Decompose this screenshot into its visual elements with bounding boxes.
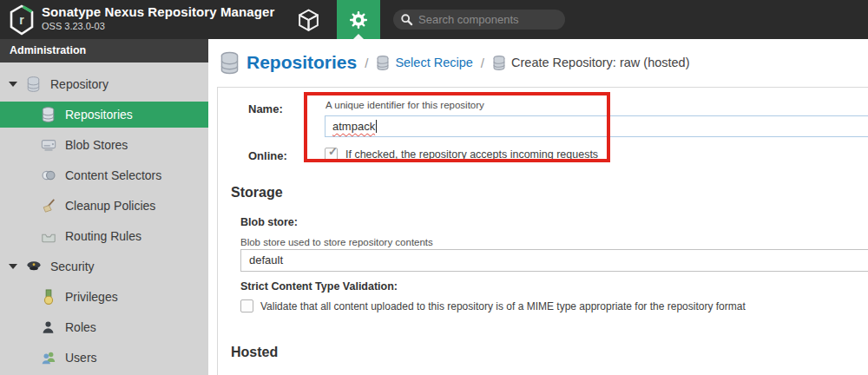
main-content: Repositories / Select Recipe / Create Re… <box>208 39 868 375</box>
database-icon <box>40 105 56 124</box>
app-version: OSS 3.23.0-03 <box>42 21 274 31</box>
text-cursor <box>376 120 377 133</box>
global-search <box>393 10 565 30</box>
sidebar-item-label: Roles <box>65 320 96 334</box>
green-segment <box>23 7 32 12</box>
police-cap-icon <box>25 257 42 276</box>
cube-icon <box>297 8 320 32</box>
blob-store-icon <box>40 135 56 155</box>
sidebar-section-header: Administration <box>0 39 208 62</box>
broom-icon <box>40 196 56 215</box>
sidebar-item-label: Repository <box>50 77 108 91</box>
database-icon <box>376 55 390 71</box>
create-repository-form: Name: A unique identifier for this repos… <box>217 87 868 375</box>
online-checkbox-label: If checked, the repository accepts incom… <box>345 148 598 161</box>
database-icon <box>25 75 42 94</box>
browse-mode-button[interactable] <box>295 7 321 33</box>
blob-store-select[interactable]: default <box>240 249 868 272</box>
sidebar-group-security[interactable]: Security <box>0 253 208 280</box>
sidebar-item-label: Privileges <box>65 290 118 304</box>
blob-store-selected-value: default <box>249 253 283 266</box>
sidebar-item-label: Users <box>65 351 97 365</box>
breadcrumb-current: Create Repository: raw (hosted) <box>511 56 690 69</box>
sidebar-item-content-selectors[interactable]: Content Selectors <box>0 162 208 188</box>
breadcrumb-separator: / <box>481 56 484 70</box>
brand-block: Sonatype Nexus Repository Manager OSS 3.… <box>42 4 274 31</box>
sidebar-item-users[interactable]: Users <box>0 345 208 371</box>
online-checkbox[interactable]: ✓ <box>325 148 338 161</box>
database-icon <box>219 50 240 76</box>
sidebar-item-blob-stores[interactable]: Blob Stores <box>0 132 208 158</box>
sidebar-item-label: Routing Rules <box>65 229 141 243</box>
sidebar-group-repository[interactable]: Repository <box>0 71 208 97</box>
name-input-value: atmpack <box>332 120 375 133</box>
sidebar-item-cleanup-policies[interactable]: Cleanup Policies <box>0 193 208 219</box>
online-field-label: Online: <box>248 149 287 162</box>
name-field-label: Name: <box>248 102 283 115</box>
sidebar-item-label: Content Selectors <box>65 168 161 182</box>
search-icon <box>400 13 413 26</box>
breadcrumb-recipe-link[interactable]: Select Recipe <box>395 56 472 69</box>
top-header-bar: r Sonatype Nexus Repository Manager OSS … <box>0 0 868 39</box>
sidebar-item-label: Repositories <box>65 108 133 122</box>
strict-content-label: Strict Content Type Validation: <box>240 280 398 293</box>
sidebar-item-repositories[interactable]: Repositories <box>0 102 208 128</box>
name-field-hint: A unique identifier for this repository <box>326 100 484 110</box>
gear-icon <box>348 10 369 30</box>
hosted-section-heading: Hosted <box>231 345 278 360</box>
strict-content-checkbox-label: Validate that all content uploaded to th… <box>260 300 746 312</box>
breadcrumb-root-link[interactable]: Repositories <box>247 52 357 73</box>
strict-content-checkbox[interactable] <box>240 299 253 312</box>
sidebar-item-privileges[interactable]: Privileges <box>0 284 208 310</box>
breadcrumb-separator: / <box>365 56 368 70</box>
admin-sidebar: Administration Repository Repositories B… <box>0 39 208 375</box>
administration-mode-button[interactable] <box>337 0 380 39</box>
caret-down-icon <box>9 264 17 269</box>
users-icon <box>40 348 56 367</box>
database-icon <box>492 55 506 71</box>
caret-down-icon <box>9 82 17 87</box>
content-selectors-icon <box>40 166 56 185</box>
svg-text:r: r <box>19 13 24 27</box>
breadcrumb: Repositories / Select Recipe / Create Re… <box>219 48 690 77</box>
person-icon <box>40 318 56 337</box>
sidebar-item-routing-rules[interactable]: Routing Rules <box>0 223 208 249</box>
checkmark-icon: ✓ <box>328 145 338 158</box>
search-input[interactable] <box>418 13 557 26</box>
blob-store-hint: Blob store used to store repository cont… <box>240 237 433 247</box>
sidebar-item-label: Cleanup Policies <box>65 199 155 213</box>
nexus-logo[interactable]: r <box>8 3 36 36</box>
routing-rules-icon <box>40 227 56 246</box>
name-input[interactable]: atmpack <box>325 115 868 137</box>
storage-section-heading: Storage <box>231 185 283 201</box>
sidebar-item-label: Security <box>50 260 95 273</box>
blob-store-label: Blob store: <box>240 216 298 228</box>
app-title: Sonatype Nexus Repository Manager <box>42 4 274 19</box>
medal-icon <box>40 287 56 306</box>
sidebar-item-roles[interactable]: Roles <box>0 314 208 340</box>
sidebar-item-label: Blob Stores <box>65 138 128 152</box>
